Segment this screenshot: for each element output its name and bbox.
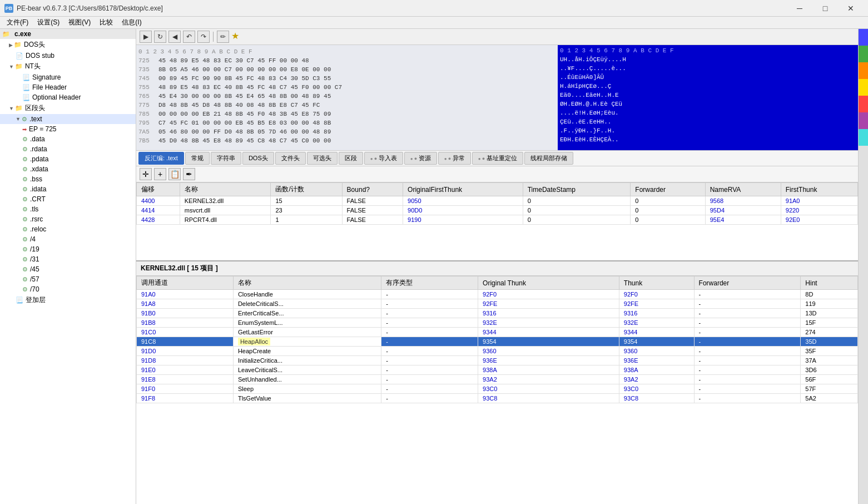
link-value[interactable]: 93C8 [624,395,638,402]
link-value[interactable]: 9050 [408,197,421,204]
link-value[interactable]: 91E8 [141,376,156,383]
sidebar-item-45[interactable]: ⚙ /45 [0,264,136,274]
table-row[interactable]: 91E0LeaveCriticalS...-938A938A-3D6 [137,365,858,375]
link-value[interactable]: 9344 [483,329,496,335]
link-value[interactable]: 92F0 [483,291,497,298]
sidebar-item-57[interactable]: ⚙ /57 [0,274,136,284]
link-value[interactable]: 9220 [786,207,799,214]
table-row[interactable]: 91B0EnterCriticalSe...-93169316-13D [137,309,858,318]
table-row[interactable]: 91D0HeapCreate-93609360-35F [137,347,858,356]
menu-compare[interactable]: 比较 [95,17,117,28]
minimize-button[interactable]: ─ [787,0,812,17]
sidebar-item-crt[interactable]: ⚙ .CRT [0,194,136,204]
table-row[interactable]: 91D8InitializeCritica...-936E936E-37A [137,356,858,365]
link-value[interactable]: 9354 [624,338,637,345]
bookmark-btn[interactable]: ★ [231,31,244,43]
link-value[interactable]: 92FE [483,300,497,307]
sidebar-item-signature[interactable]: 📃 Signature [0,72,136,82]
link-value[interactable]: 938A [624,367,638,373]
table-row[interactable]: 4400KERNEL32.dll15FALSE905000956891A0 [137,196,858,206]
link-value[interactable]: 9316 [624,310,637,317]
sidebar-item-dos-head[interactable]: ▶ 📁 DOS头 [0,39,136,51]
table-row[interactable]: 91F0Sleep-93C093C0-57F [137,384,858,394]
link-value[interactable]: 936E [483,357,497,364]
menu-view[interactable]: 视图(V) [64,17,95,28]
link-value[interactable]: 9344 [624,329,637,335]
sidebar-item-bss[interactable]: ⚙ .bss [0,174,136,184]
table-row[interactable]: 4414msvcrt.dll23FALSE90D00095D49220 [137,206,858,215]
tab-------text[interactable]: 反汇编: .text [138,152,184,165]
link-value[interactable]: 9360 [483,348,496,354]
edit-btn[interactable]: ✏ [217,31,229,43]
table-row[interactable]: 91C8HeapAlloc-93549354-35D [137,337,858,347]
table-row[interactable]: 91C0GetLastError-93449344-274 [137,328,858,337]
link-value[interactable]: 93A2 [624,376,638,383]
tab----[interactable]: 字符串 [211,152,241,165]
table-row[interactable]: 4428RPCRT4.dll1FALSE91900095E492E0 [137,215,858,225]
sidebar-item-4[interactable]: ⚙ /4 [0,234,136,244]
link-value[interactable]: 91F0 [141,386,155,392]
table-row[interactable]: 91E8SetUnhandled...-93A293A2-56F [137,375,858,384]
tab---[interactable]: ● 资源 [404,152,437,165]
link-value[interactable]: 91A8 [141,300,156,307]
link-value[interactable]: 9354 [483,338,496,345]
nav-forward-btn[interactable]: ▶ [140,31,152,43]
link-value[interactable]: 95E4 [710,216,725,223]
link-value[interactable]: 91A0 [141,291,156,298]
link-value[interactable]: 91B8 [141,319,156,326]
link-value[interactable]: 93A2 [483,376,497,383]
hex-right-panel[interactable]: 0 1 2 3 4 5 6 7 8 9 A B C D E F UH..åH.i… [558,45,858,150]
hex-left-panel[interactable]: 0 1 2 3 4 5 6 7 8 9 A B C D E F 72545 48… [136,45,558,150]
sidebar-item-xdata[interactable]: ⚙ .xdata [0,164,136,174]
link-value[interactable]: 91E0 [141,367,156,373]
link-value[interactable]: 93C0 [624,386,638,392]
tab---[interactable]: 常规 [185,152,210,165]
sidebar-item-idata[interactable]: ⚙ .idata [0,184,136,194]
sidebar-item-31[interactable]: ⚙ /31 [0,254,136,264]
link-value[interactable]: 95D4 [710,207,725,214]
link-value[interactable]: 93C0 [483,386,497,392]
sidebar-item-layers[interactable]: 📃 登加层 [0,294,136,306]
sidebar-item-tls[interactable]: ⚙ .tls [0,204,136,214]
sidebar-item-nt-head[interactable]: ▼ 📁 NT头 [0,61,136,72]
sidebar-item-19[interactable]: ⚙ /19 [0,244,136,254]
link-value[interactable]: 936E [624,357,638,364]
table-row[interactable]: 91A0CloseHandle-92F092F0-8D [137,290,858,299]
tab----[interactable]: 文件头 [275,152,306,165]
redo-btn[interactable]: ↷ [197,31,210,43]
sidebar-item-70[interactable]: ⚙ /70 [0,284,136,294]
table-row[interactable]: 91B8EnumSystemL...-932E932E-15F [137,318,858,328]
sidebar-item-sections[interactable]: ▼ 📁 区段头 [0,102,136,114]
back-btn[interactable]: ◀ [168,31,181,43]
link-value[interactable]: 92F0 [624,291,638,298]
link-value[interactable]: 9316 [483,310,496,317]
sidebar-item-dos-stub[interactable]: 📄 DOS stub [0,51,136,61]
link-value[interactable]: 91C8 [141,338,156,345]
link-value[interactable]: 938A [483,367,497,373]
link-value[interactable]: 91A0 [786,197,800,204]
link-value[interactable]: 90D0 [408,207,422,214]
tab-DOS-[interactable]: DOS头 [242,152,274,165]
table-row[interactable]: 91F8TlsGetValue-93C893C8-5A2 [137,394,858,403]
reload-btn[interactable]: ↻ [154,31,166,43]
tab----[interactable]: 可选头 [307,152,338,165]
link-value[interactable]: 91B0 [141,310,156,317]
magic-btn[interactable]: ✒ [183,168,195,180]
link-value[interactable]: 91D0 [141,348,156,354]
table-row[interactable]: 91A8DeleteCriticalS...-92FE92FE-119 [137,299,858,309]
link-value[interactable]: 4400 [141,197,155,204]
sidebar-item-file-header[interactable]: 📃 File Header [0,82,136,92]
sidebar-item-data[interactable]: ⚙ .data [0,134,136,144]
link-value[interactable]: 9360 [624,348,637,354]
tab---[interactable]: 区段 [339,152,363,165]
link-value[interactable]: 4428 [141,216,155,223]
link-value[interactable]: 91D8 [141,357,156,364]
menu-settings[interactable]: 设置(S) [33,17,64,28]
tab------[interactable]: ● 基址重定位 [472,152,523,165]
sidebar-item-text[interactable]: ▼ ⚙ .text [0,114,136,124]
close-button[interactable]: ✕ [838,0,864,17]
link-value[interactable]: 91C0 [141,329,156,335]
sidebar-item-rsrc[interactable]: ⚙ .rsrc [0,214,136,224]
maximize-button[interactable]: □ [812,0,838,17]
link-value[interactable]: 4414 [141,207,155,214]
